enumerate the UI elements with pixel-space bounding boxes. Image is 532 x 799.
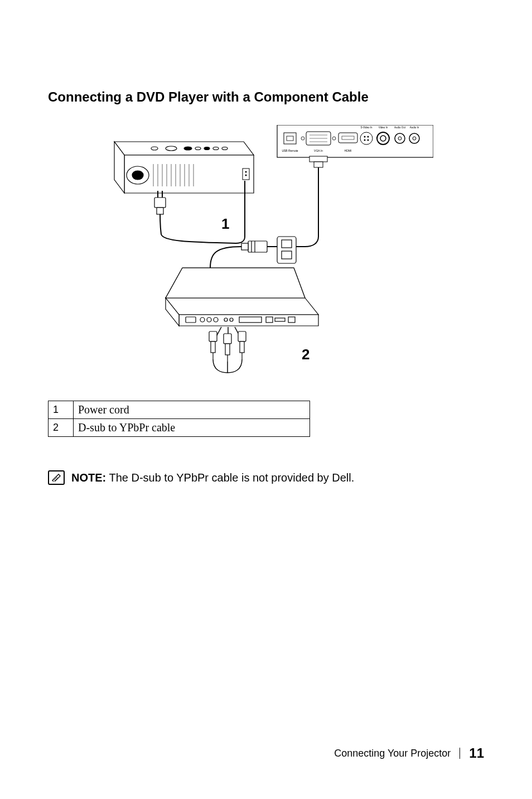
svg-text:HDMI: HDMI (345, 149, 352, 152)
svg-point-33 (132, 171, 143, 180)
page-number: 11 (469, 745, 484, 761)
svg-point-49 (213, 147, 219, 150)
svg-rect-101 (224, 334, 231, 344)
svg-point-44 (151, 147, 158, 150)
svg-rect-59 (314, 162, 323, 167)
note: NOTE: The D-sub to YPbPr cable is not pr… (48, 470, 484, 485)
svg-point-6 (332, 137, 336, 140)
pencil-icon (48, 470, 65, 485)
svg-rect-12 (342, 136, 354, 139)
svg-line-113 (55, 478, 57, 480)
svg-point-4 (301, 137, 304, 140)
svg-text:1: 1 (221, 215, 229, 232)
svg-rect-98 (275, 318, 285, 321)
svg-point-53 (245, 175, 247, 176)
svg-rect-103 (211, 341, 215, 353)
svg-point-52 (245, 171, 247, 173)
footer-separator (460, 748, 460, 759)
svg-rect-102 (238, 331, 246, 341)
svg-point-46 (184, 147, 192, 150)
svg-rect-63 (241, 243, 248, 250)
svg-rect-56 (154, 198, 166, 208)
svg-rect-57 (157, 208, 163, 214)
svg-point-14 (360, 132, 373, 145)
svg-rect-99 (288, 317, 295, 323)
svg-point-92 (207, 317, 211, 322)
svg-rect-96 (239, 317, 262, 323)
svg-rect-51 (243, 169, 249, 180)
svg-rect-58 (309, 156, 327, 162)
svg-point-93 (214, 317, 218, 322)
svg-text:Audio In: Audio In (410, 126, 419, 129)
svg-rect-90 (186, 317, 196, 323)
svg-text:VGA In: VGA In (314, 149, 323, 152)
section-heading: Connecting a DVD Player with a Component… (48, 89, 484, 105)
table-row: 1 Power cord (49, 401, 310, 419)
legend-num: 2 (49, 419, 74, 437)
legend-table: 1 Power cord 2 D-sub to YPbPr cable (48, 401, 310, 437)
svg-rect-105 (240, 341, 244, 353)
page-footer: Connecting Your Projector 11 (334, 745, 484, 761)
svg-text:2: 2 (302, 346, 309, 363)
note-label: NOTE: (71, 471, 106, 484)
svg-point-17 (364, 139, 366, 141)
svg-point-91 (200, 317, 205, 322)
svg-point-45 (166, 146, 177, 151)
svg-point-24 (398, 137, 402, 140)
footer-section: Connecting Your Projector (334, 748, 451, 759)
svg-text:USB Remote: USB Remote (282, 149, 298, 152)
svg-rect-2 (287, 136, 293, 141)
svg-rect-66 (282, 251, 292, 259)
legend-text: Power cord (74, 401, 310, 419)
svg-point-50 (222, 147, 228, 150)
connection-diagram: USB Remote VGA In HDMI (99, 125, 433, 382)
svg-point-21 (380, 136, 386, 141)
svg-marker-86 (166, 268, 305, 298)
svg-point-16 (367, 136, 369, 138)
svg-rect-104 (225, 344, 230, 355)
legend-num: 1 (49, 401, 74, 419)
svg-line-114 (56, 476, 58, 479)
svg-marker-67 (166, 298, 318, 315)
note-text: NOTE: The D-sub to YPbPr cable is not pr… (71, 470, 354, 485)
svg-rect-60 (248, 241, 267, 252)
svg-point-18 (367, 139, 369, 141)
svg-rect-65 (282, 240, 292, 248)
svg-line-112 (54, 479, 56, 481)
svg-text:Audio Out: Audio Out (394, 126, 406, 129)
svg-text:S-Video In: S-Video In (361, 126, 373, 129)
legend-text: D-sub to YPbPr cable (74, 419, 310, 437)
svg-text:Video In: Video In (379, 126, 388, 129)
svg-point-47 (195, 147, 201, 150)
svg-point-95 (230, 318, 233, 321)
svg-point-48 (204, 147, 210, 150)
svg-rect-97 (266, 317, 273, 323)
svg-point-27 (413, 137, 416, 140)
svg-rect-100 (209, 331, 217, 341)
svg-point-94 (224, 318, 228, 321)
table-row: 2 D-sub to YPbPr cable (49, 419, 310, 437)
note-body: The D-sub to YPbPr cable is not provided… (106, 471, 354, 484)
svg-point-15 (364, 136, 366, 138)
